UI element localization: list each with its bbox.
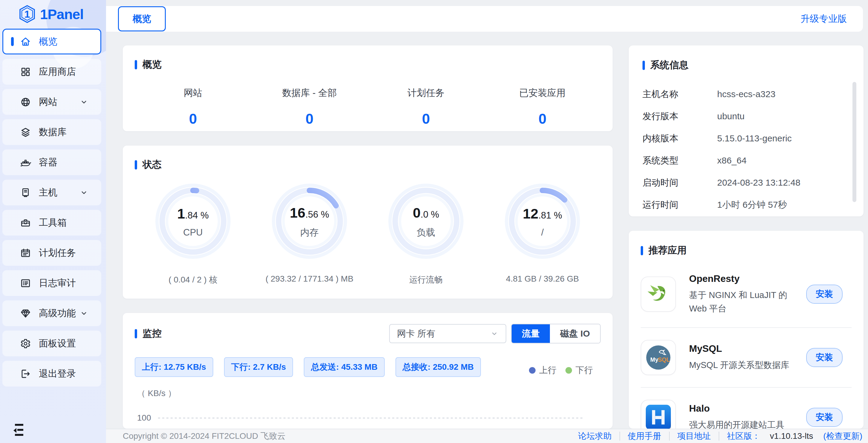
sidebar-item-database[interactable]: 数据库 bbox=[2, 119, 101, 145]
app-root: 1 1Panel 概览 应用商店 bbox=[0, 0, 868, 443]
app-row-openresty: OpenResty 基于 NGINX 和 LuaJIT 的 Web 平台 安装 bbox=[641, 261, 851, 328]
install-halo-button[interactable]: 安装 bbox=[806, 408, 843, 427]
calendar-icon bbox=[20, 247, 31, 259]
sidebar-item-logout[interactable]: 退出登录 bbox=[2, 361, 101, 386]
sidebar-item-app-store[interactable]: 应用商店 bbox=[2, 59, 101, 85]
chevron-down-icon bbox=[490, 329, 498, 338]
network-interface-select[interactable]: 网卡 所有 bbox=[389, 324, 506, 343]
status-card: 状态 bbox=[123, 146, 613, 299]
mysql-icon: My SQL bbox=[641, 340, 676, 375]
traffic-tab[interactable]: 流量 bbox=[512, 324, 550, 343]
main-area: 概览 升级专业版 概览 网站 0 bbox=[106, 0, 868, 443]
sidebar-item-website[interactable]: 网站 bbox=[2, 89, 101, 115]
log-list-icon bbox=[20, 278, 31, 289]
app-desc: 基于 NGINX 和 LuaJIT 的 Web 平台 bbox=[689, 289, 806, 315]
gear-icon bbox=[20, 338, 31, 349]
brand-logo: 1 1Panel bbox=[0, 0, 106, 28]
monitor-controls: 网卡 所有 流量 磁盘 IO bbox=[389, 324, 601, 344]
stat-installed-apps-count[interactable]: 0 bbox=[484, 111, 601, 127]
legend-up-dot bbox=[529, 367, 535, 374]
title-accent-bar bbox=[135, 60, 137, 69]
total-received-badge: 总接收: 250.92 MB bbox=[396, 357, 481, 377]
collapse-sidebar-button[interactable] bbox=[0, 423, 29, 443]
title-accent-bar bbox=[135, 329, 137, 338]
sidebar-item-label: 网站 bbox=[39, 96, 57, 108]
stat-website-count[interactable]: 0 bbox=[135, 111, 251, 127]
load-detail: 运行流畅 bbox=[409, 274, 443, 286]
sidebar-menu: 概览 应用商店 网站 数据 bbox=[0, 28, 106, 423]
title-accent-bar bbox=[135, 160, 137, 170]
forum-help-link[interactable]: 论坛求助 bbox=[578, 431, 612, 442]
collapse-sidebar-icon bbox=[11, 423, 28, 436]
chevron-down-icon bbox=[80, 309, 88, 318]
monitor-mode-toggle: 流量 磁盘 IO bbox=[511, 324, 601, 344]
edition-label: 社区版： bbox=[727, 431, 761, 442]
check-update-link[interactable]: (检查更新) bbox=[823, 431, 862, 442]
container-whale-icon bbox=[20, 157, 31, 168]
gridline-100 bbox=[158, 418, 583, 418]
traffic-chart: （ KB/s ） 100 bbox=[135, 388, 601, 429]
svg-text:1: 1 bbox=[25, 8, 30, 20]
separator bbox=[669, 432, 670, 441]
row-boot-time: 启动时间 2024-08-23 13:12:48 bbox=[643, 172, 850, 194]
separator bbox=[619, 432, 620, 441]
globe-icon bbox=[20, 96, 31, 108]
overview-card-title: 概览 bbox=[135, 58, 601, 71]
row-uptime: 运行时间 1小时 6分钟 57秒 bbox=[643, 194, 850, 216]
footer: Copyright © 2014-2024 FIT2CLOUD 飞致云 论坛求助… bbox=[106, 429, 868, 443]
total-sent-badge: 总发送: 45.33 MB bbox=[304, 357, 385, 377]
database-icon bbox=[20, 127, 31, 138]
logout-icon bbox=[20, 368, 31, 379]
chart-legend: 上行 下行 bbox=[529, 364, 593, 376]
sidebar-item-overview[interactable]: 概览 bbox=[2, 29, 101, 54]
status-card-title: 状态 bbox=[135, 158, 601, 171]
stat-cronjob: 计划任务 0 bbox=[368, 87, 484, 127]
host-icon bbox=[20, 187, 31, 198]
memory-detail: ( 293.32 / 1771.34 ) MB bbox=[266, 274, 353, 284]
chevron-down-icon bbox=[80, 188, 88, 197]
sidebar-item-label: 容器 bbox=[39, 156, 57, 169]
app-row-halo: Halo 强大易用的开源建站工具 安装 bbox=[641, 388, 851, 429]
legend-down-dot bbox=[565, 367, 572, 374]
upload-rate-badge: 上行: 12.75 KB/s bbox=[135, 357, 213, 377]
footer-links: 论坛求助 使用手册 项目地址 社区版： v1.10.13-lts (检查更新) bbox=[578, 431, 862, 442]
openresty-icon bbox=[641, 276, 676, 312]
install-openresty-button[interactable]: 安装 bbox=[806, 285, 843, 304]
tab-overview[interactable]: 概览 bbox=[118, 6, 166, 31]
disk-io-tab[interactable]: 磁盘 IO bbox=[550, 324, 600, 343]
sidebar-item-host[interactable]: 主机 bbox=[2, 180, 101, 205]
title-accent-bar bbox=[641, 246, 643, 255]
app-info: OpenResty 基于 NGINX 和 LuaJIT 的 Web 平台 bbox=[689, 273, 806, 315]
topbar: 概览 升级专业版 bbox=[106, 6, 863, 32]
1panel-hexagon-icon: 1 bbox=[19, 5, 36, 23]
app-info: MySQL MySQL 开源关系型数据库 bbox=[689, 343, 806, 372]
sidebar: 1 1Panel 概览 应用商店 bbox=[0, 0, 106, 443]
app-name: Halo bbox=[689, 403, 806, 414]
scrollbar-thumb[interactable] bbox=[852, 82, 856, 202]
chevron-down-icon bbox=[80, 97, 88, 107]
sidebar-item-label: 应用商店 bbox=[39, 65, 76, 78]
overview-stats: 网站 0 数据库 - 全部 0 计划任务 0 已安装应用 bbox=[135, 87, 601, 127]
sidebar-item-label: 面板设置 bbox=[39, 337, 76, 350]
project-repo-link[interactable]: 项目地址 bbox=[677, 431, 711, 442]
right-column: 系统信息 主机名称 hcss-ecs-a323 发行版本 ubuntu 内核版本 bbox=[629, 46, 864, 429]
row-kernel: 内核版本 5.15.0-113-generic bbox=[643, 127, 850, 149]
disk-detail: 4.81 GB / 39.26 GB bbox=[506, 274, 579, 284]
stat-database: 数据库 - 全部 0 bbox=[251, 87, 368, 127]
sidebar-item-logs[interactable]: 日志审计 bbox=[2, 270, 101, 296]
monitor-card-title: 监控 bbox=[135, 327, 162, 340]
sidebar-item-cronjob[interactable]: 计划任务 bbox=[2, 240, 101, 266]
install-mysql-button[interactable]: 安装 bbox=[806, 348, 843, 367]
stat-website: 网站 0 bbox=[135, 87, 251, 127]
user-manual-link[interactable]: 使用手册 bbox=[628, 431, 661, 442]
upgrade-pro-link[interactable]: 升级专业版 bbox=[801, 12, 847, 25]
gauge-cpu: 1.84 % CPU ( 0.04 / 2 ) 核 bbox=[135, 181, 251, 286]
system-info-title: 系统信息 bbox=[643, 59, 850, 72]
sidebar-item-settings[interactable]: 面板设置 bbox=[2, 331, 101, 356]
sidebar-item-label: 日志审计 bbox=[39, 277, 76, 289]
stat-cronjob-count[interactable]: 0 bbox=[368, 111, 484, 127]
sidebar-item-toolbox[interactable]: 工具箱 bbox=[2, 210, 101, 236]
sidebar-item-advanced[interactable]: 高级功能 bbox=[2, 300, 101, 326]
stat-database-count[interactable]: 0 bbox=[251, 111, 368, 127]
sidebar-item-container[interactable]: 容器 bbox=[2, 149, 101, 175]
